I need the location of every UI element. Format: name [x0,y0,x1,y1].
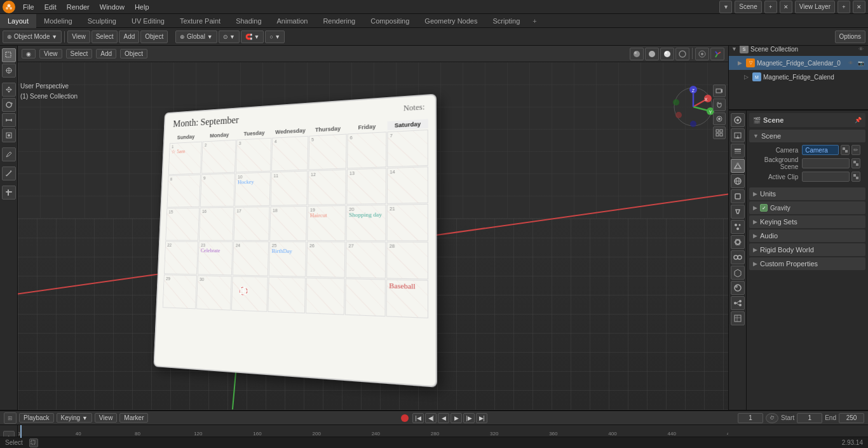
object-menu[interactable]: Object [140,31,168,43]
end-frame-input[interactable] [839,413,864,423]
prop-physics-tab[interactable] [731,235,745,249]
viewport-3d[interactable]: ◉ View Select Add Object [18,46,728,410]
timeline-ruler[interactable]: 14080120160200240280320360400440480 [18,425,728,438]
viewport-shading-solid[interactable] [630,48,644,60]
tool-rotate[interactable] [2,98,16,112]
outliner-item-mesh-object[interactable]: ▶ ▽ Magnetic_Fridge_Calendar_0 👁 📷 [729,56,868,70]
jump-end-button[interactable]: ▶| [476,413,487,423]
tab-scripting[interactable]: Scripting [485,14,527,28]
outliner-render-icon[interactable]: 📷 [857,58,865,67]
scene-selector[interactable]: Scene [735,1,761,13]
tab-rendering[interactable]: Rendering [315,14,363,28]
view-button[interactable]: View [95,413,118,423]
pivot-center[interactable]: ⊙ ▼ [219,31,240,43]
prop-objectdata-tab[interactable] [731,266,745,280]
add-workspace-button[interactable]: + [527,16,541,26]
tab-layout[interactable]: Layout [0,14,36,28]
camera-field[interactable]: Camera [802,145,839,155]
prop-world-tab[interactable] [731,174,745,188]
snap-toggle[interactable]: 🧲 ▼ [241,31,264,43]
viewport-shading-material[interactable] [645,48,659,60]
tab-sculpting[interactable]: Sculpting [80,14,124,28]
current-frame-input[interactable] [738,413,763,423]
jump-start-button[interactable]: |◀ [412,413,424,423]
playback-button[interactable]: Playback [19,413,54,423]
mode-selector[interactable]: ⊕ Object Mode ▼ [3,31,62,43]
tab-geometry-nodes[interactable]: Geometry Nodes [417,14,485,28]
prop-render-tab[interactable] [731,113,745,127]
add-menu[interactable]: Add [119,31,139,43]
prop-modifier-tab[interactable] [731,205,745,219]
active-clip-browse[interactable] [851,172,860,182]
viewport-btn-grid[interactable] [713,126,726,139]
section-custom-header[interactable]: ▶ Custom Properties [749,257,865,270]
view-layer-new[interactable]: + [837,1,850,13]
prev-keyframe-button[interactable]: ◀| [425,413,437,423]
outliner-eye-icon[interactable]: 👁 [857,44,865,53]
tab-uv-editing[interactable]: UV Editing [124,14,172,28]
tool-scale[interactable] [2,113,16,127]
tool-select[interactable] [2,48,16,62]
record-button[interactable] [401,414,409,422]
viewport-view-btn[interactable]: View [39,49,62,58]
section-gravity-header[interactable]: ▶ ✓ Gravity [749,201,865,214]
prop-material-tab[interactable] [731,281,745,295]
transform-global[interactable]: ⊕ Global ▼ [175,31,217,43]
prop-nodes-tab[interactable] [731,296,745,310]
tab-modeling[interactable]: Modeling [36,14,80,28]
tool-add[interactable] [2,186,16,200]
tab-texture-paint[interactable]: Texture Paint [172,14,228,28]
menu-window[interactable]: Window [95,2,130,12]
viewport-mode-btn[interactable]: ◉ [22,49,36,58]
viewport-shading-x-ray[interactable] [675,48,689,60]
scene-canvas[interactable]: Month: September Notes: Sunday Monday Tu… [18,62,728,410]
prop-constraints-tab[interactable] [731,250,745,264]
select-menu[interactable]: Select [92,31,118,43]
tool-measure[interactable] [2,166,16,180]
prop-output-tab[interactable] [731,128,745,142]
tool-transform[interactable] [2,128,16,142]
prop-particles-tab[interactable] [731,220,745,234]
outliner-visibility-icon[interactable]: 👁 [846,58,855,67]
viewport-overlay-btn[interactable] [695,48,709,60]
engine-selector[interactable]: ▼ [719,1,732,13]
camera-browse-btn[interactable] [841,145,850,155]
tool-cursor[interactable] [2,64,16,78]
prop-pin-icon[interactable]: 📌 [855,117,862,123]
section-keying-header[interactable]: ▶ Keying Sets [749,215,865,228]
section-audio-header[interactable]: ▶ Audio [749,229,865,242]
menu-edit[interactable]: Edit [39,2,62,12]
prop-viewlayer-tab[interactable] [731,144,745,158]
background-scene-browse[interactable] [851,158,860,168]
menu-file[interactable]: File [18,2,39,12]
scene-new-icon[interactable]: + [764,1,777,13]
viewport-object-btn[interactable]: Object [120,49,147,58]
section-units-header[interactable]: ▶ Units [749,187,865,200]
scene-del-icon[interactable]: ✕ [780,1,792,13]
next-keyframe-button[interactable]: |▶ [463,413,475,423]
marker-button[interactable]: Marker [119,413,148,423]
camera-edit-btn[interactable]: ✏ [851,145,860,155]
tool-move[interactable] [2,83,16,97]
tool-annotate[interactable] [2,147,16,161]
view-layer-del[interactable]: ✕ [853,1,865,13]
prop-texture-tab[interactable] [731,311,745,325]
tab-compositing[interactable]: Compositing [363,14,417,28]
start-frame-input[interactable] [797,413,822,423]
viewport-shading-rendered[interactable] [660,48,674,60]
tab-animation[interactable]: Animation [269,14,316,28]
viewport-btn-hand[interactable] [713,98,726,111]
active-clip-field[interactable] [802,172,850,182]
viewport-select-btn[interactable]: Select [66,49,93,58]
options-button[interactable]: Options [835,31,865,43]
menu-help[interactable]: Help [130,2,154,12]
3d-cursor[interactable] [237,285,250,297]
viewport-gizmo-btn[interactable] [710,48,724,60]
play-button[interactable]: ▶ [451,413,462,423]
gravity-checkbox[interactable]: ✓ Gravity [760,204,790,212]
tab-shading[interactable]: Shading [228,14,269,28]
timeline-mode-icon[interactable]: ⊞ [4,412,17,424]
proportional-edit[interactable]: ○ ▼ [265,31,285,43]
menu-render[interactable]: Render [62,2,95,12]
time-clock-icon[interactable]: ⏱ [766,413,778,423]
